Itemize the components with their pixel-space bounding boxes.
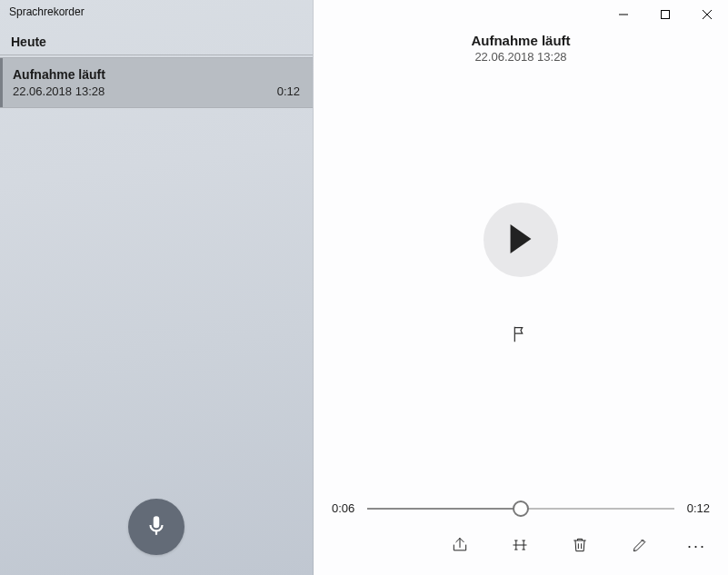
share-icon bbox=[451, 536, 469, 557]
list-item-title: Aufnahme läuft bbox=[13, 67, 300, 82]
detail-title: Aufnahme läuft bbox=[314, 33, 728, 48]
play-icon bbox=[508, 224, 534, 256]
edit-icon bbox=[631, 536, 649, 557]
minimize-icon bbox=[619, 8, 628, 22]
total-label: 0:12 bbox=[687, 501, 710, 515]
list-item-duration: 0:12 bbox=[277, 84, 300, 98]
section-header-today: Heute bbox=[0, 27, 313, 55]
main-panel: Aufnahme läuft 22.06.2018 13:28 0:06 0:1… bbox=[314, 0, 728, 575]
timeline: 0:06 0:12 bbox=[314, 501, 728, 515]
window-controls bbox=[314, 0, 728, 27]
maximize-button[interactable] bbox=[644, 2, 686, 27]
close-button[interactable] bbox=[686, 2, 728, 27]
svg-rect-1 bbox=[662, 10, 670, 18]
recordings-list: Aufnahme läuft 22.06.2018 13:28 0:12 bbox=[0, 57, 313, 108]
more-button[interactable]: ··· bbox=[687, 537, 706, 556]
sidebar: Sprachrekorder Heute Aufnahme läuft 22.0… bbox=[0, 0, 314, 575]
detail-header: Aufnahme läuft 22.06.2018 13:28 bbox=[314, 33, 728, 64]
close-icon bbox=[703, 8, 712, 22]
action-bar: ··· bbox=[314, 533, 728, 575]
seek-track[interactable] bbox=[367, 508, 673, 510]
seek-fill bbox=[367, 508, 521, 510]
flag-icon bbox=[512, 324, 530, 347]
trim-icon bbox=[511, 536, 529, 557]
delete-button[interactable] bbox=[567, 533, 593, 559]
trim-button[interactable] bbox=[507, 533, 533, 559]
microphone-icon bbox=[145, 514, 168, 540]
minimize-button[interactable] bbox=[603, 2, 644, 27]
maximize-icon bbox=[661, 8, 670, 22]
delete-icon bbox=[571, 536, 589, 557]
share-button[interactable] bbox=[447, 533, 473, 559]
detail-datetime: 22.06.2018 13:28 bbox=[314, 50, 728, 64]
more-icon: ··· bbox=[687, 537, 706, 555]
play-button[interactable] bbox=[484, 203, 558, 277]
app-title: Sprachrekorder bbox=[0, 0, 313, 27]
rename-button[interactable] bbox=[627, 533, 653, 559]
marker-button[interactable] bbox=[503, 317, 539, 353]
position-label: 0:06 bbox=[332, 501, 354, 515]
list-item-datetime: 22.06.2018 13:28 bbox=[13, 84, 105, 98]
list-item[interactable]: Aufnahme läuft 22.06.2018 13:28 0:12 bbox=[0, 57, 313, 108]
seek-thumb[interactable] bbox=[513, 501, 529, 517]
record-button[interactable] bbox=[128, 499, 184, 555]
